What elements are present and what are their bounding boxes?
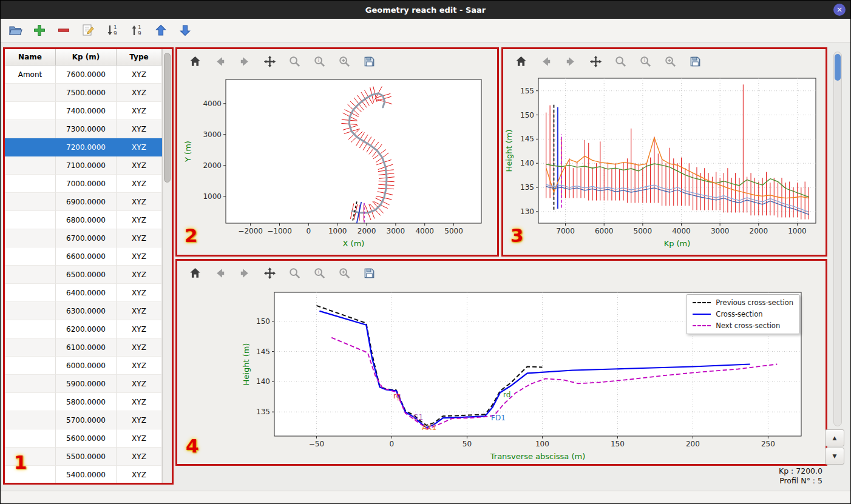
edit-button[interactable]: [80, 22, 97, 39]
type-cell[interactable]: XYZ: [117, 484, 162, 485]
column-header-kp[interactable]: Kp (m): [56, 49, 117, 65]
kp-cell[interactable]: 5600.0000: [56, 429, 117, 448]
table-row[interactable]: 6700.0000XYZ: [5, 229, 162, 247]
kp-cell[interactable]: 7100.0000: [56, 156, 117, 175]
table-row[interactable]: 5700.0000XYZ: [5, 411, 162, 429]
open-geometry-button[interactable]: [7, 22, 24, 39]
profile-up-button[interactable]: ▲: [825, 429, 844, 446]
title-bar[interactable]: Geometry reach edit - Saar ×: [1, 1, 850, 19]
name-cell[interactable]: [5, 320, 56, 338]
window-scrollbar-thumb[interactable]: [835, 54, 841, 81]
remove-cross-section-button[interactable]: [55, 22, 72, 39]
type-cell[interactable]: XYZ: [117, 66, 162, 84]
name-cell[interactable]: [5, 120, 56, 138]
type-cell[interactable]: XYZ: [117, 411, 162, 429]
sort-descending-button[interactable]: 1 9: [128, 22, 145, 39]
type-cell[interactable]: XYZ: [117, 266, 162, 284]
kp-cell[interactable]: 6000.0000: [56, 357, 117, 375]
home-button[interactable]: [187, 53, 203, 69]
sort-ascending-button[interactable]: 1 9: [104, 22, 121, 39]
table-row[interactable]: 5900.0000XYZ: [5, 375, 162, 393]
kp-cell[interactable]: 5900.0000: [56, 375, 117, 393]
kp-cell[interactable]: 6400.0000: [56, 284, 117, 302]
back-button[interactable]: [538, 53, 554, 69]
kp-cell[interactable]: 5300.0000: [56, 484, 117, 485]
name-cell[interactable]: [5, 266, 56, 284]
window-scrollbar[interactable]: [833, 52, 842, 426]
home-button[interactable]: [187, 265, 203, 281]
column-header-name[interactable]: Name: [5, 49, 56, 65]
close-button[interactable]: ×: [833, 4, 846, 16]
kp-cell[interactable]: 7400.0000: [56, 102, 117, 120]
zoom-button[interactable]: [612, 53, 628, 69]
table-row[interactable]: 7300.0000XYZ: [5, 120, 162, 138]
zoom-button[interactable]: [286, 265, 302, 281]
type-cell[interactable]: XYZ: [117, 102, 162, 120]
save-button[interactable]: [361, 53, 377, 69]
kp-cell[interactable]: 6300.0000: [56, 302, 117, 320]
move-up-button[interactable]: [152, 22, 169, 39]
type-cell[interactable]: XYZ: [117, 393, 162, 411]
table-row[interactable]: 5600.0000XYZ: [5, 429, 162, 448]
forward-button[interactable]: [237, 53, 253, 69]
table-row[interactable]: 6800.0000XYZ: [5, 211, 162, 229]
plan-view-plot[interactable]: −2000−1000010002000300040005000100020003…: [177, 73, 497, 255]
table-row[interactable]: Amont7600.0000XYZ: [5, 66, 162, 84]
type-cell[interactable]: XYZ: [117, 284, 162, 302]
zoom-info-button[interactable]: i: [311, 53, 327, 69]
table-row[interactable]: 5300.0000XYZ: [5, 484, 162, 485]
kp-cell[interactable]: 6800.0000: [56, 211, 117, 229]
table-row[interactable]: 6100.0000XYZ: [5, 338, 162, 357]
name-cell[interactable]: [5, 393, 56, 411]
name-cell[interactable]: [5, 175, 56, 193]
back-button[interactable]: [212, 53, 228, 69]
table-row[interactable]: 6900.0000XYZ: [5, 193, 162, 211]
name-cell[interactable]: [5, 193, 56, 211]
table-row[interactable]: 6000.0000XYZ: [5, 357, 162, 375]
kp-cell[interactable]: 7300.0000: [56, 120, 117, 138]
name-cell[interactable]: [5, 284, 56, 302]
save-button[interactable]: [361, 265, 377, 281]
forward-button[interactable]: [563, 53, 578, 69]
type-cell[interactable]: XYZ: [117, 247, 162, 266]
home-button[interactable]: [513, 53, 529, 69]
name-cell[interactable]: [5, 84, 56, 102]
name-cell[interactable]: [5, 211, 56, 229]
name-cell[interactable]: [5, 338, 56, 357]
zoom-area-button[interactable]: [336, 53, 352, 69]
name-cell[interactable]: [5, 411, 56, 429]
type-cell[interactable]: XYZ: [117, 229, 162, 247]
name-cell[interactable]: [5, 466, 56, 484]
move-down-button[interactable]: [177, 22, 194, 39]
kp-cell[interactable]: 7000.0000: [56, 175, 117, 193]
table-row[interactable]: 6400.0000XYZ: [5, 284, 162, 302]
type-cell[interactable]: XYZ: [117, 211, 162, 229]
name-cell[interactable]: [5, 247, 56, 266]
table-scrollbar[interactable]: [162, 49, 172, 483]
kp-cell[interactable]: 5500.0000: [56, 448, 117, 466]
name-cell[interactable]: [5, 429, 56, 448]
kp-cell[interactable]: 6100.0000: [56, 338, 117, 357]
type-cell[interactable]: XYZ: [117, 375, 162, 393]
table-row[interactable]: 5400.0000XYZ: [5, 466, 162, 484]
table-row[interactable]: 5800.0000XYZ: [5, 393, 162, 411]
type-cell[interactable]: XYZ: [117, 338, 162, 357]
type-cell[interactable]: XYZ: [117, 466, 162, 484]
kp-cell[interactable]: 7200.0000: [56, 138, 117, 156]
type-cell[interactable]: XYZ: [117, 302, 162, 320]
zoom-info-button[interactable]: i: [637, 53, 653, 69]
pan-button[interactable]: [262, 265, 277, 281]
zoom-info-button[interactable]: i: [311, 265, 327, 281]
forward-button[interactable]: [237, 265, 253, 281]
name-cell[interactable]: [5, 375, 56, 393]
kp-cell[interactable]: 5400.0000: [56, 466, 117, 484]
type-cell[interactable]: XYZ: [117, 429, 162, 448]
name-cell[interactable]: [5, 156, 56, 175]
name-cell[interactable]: [5, 357, 56, 375]
pan-button[interactable]: [262, 53, 277, 69]
back-button[interactable]: [212, 265, 228, 281]
type-cell[interactable]: XYZ: [117, 156, 162, 175]
column-header-type[interactable]: Type: [117, 49, 162, 65]
kp-cell[interactable]: 6200.0000: [56, 320, 117, 338]
table-row[interactable]: 5500.0000XYZ: [5, 448, 162, 466]
